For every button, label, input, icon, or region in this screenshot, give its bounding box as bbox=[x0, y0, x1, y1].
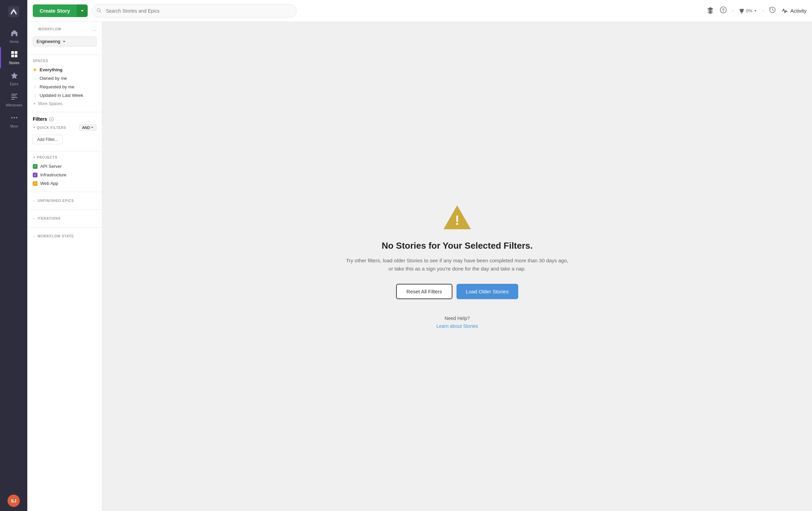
projects-section: PROJECTS ✓ API Server ✓ Infrastructure ✓… bbox=[27, 156, 102, 188]
iterations-header[interactable]: ITERATIONS bbox=[33, 217, 97, 220]
nav-item-epics[interactable]: Epics bbox=[0, 68, 27, 89]
trophy-button[interactable]: 0% bbox=[739, 8, 757, 14]
search-input[interactable] bbox=[92, 4, 296, 17]
nav-item-stories[interactable]: Stories bbox=[0, 47, 27, 68]
space-item-updated-in-last-week[interactable]: ☆ Updated in Last Week bbox=[27, 91, 102, 100]
empty-state-actions: Reset All Filters Load Older Stories bbox=[345, 284, 570, 299]
space-item-everything[interactable]: ★ Everything bbox=[27, 65, 102, 74]
svg-text:?: ? bbox=[722, 8, 725, 13]
project-item-web-app[interactable]: ✓ Web App bbox=[27, 179, 102, 188]
space-item-owned-by-me[interactable]: ☆ Owned by me bbox=[27, 74, 102, 83]
and-label: AND bbox=[82, 126, 90, 130]
space-everything-label: Everything bbox=[40, 67, 62, 72]
nav-item-milestones[interactable]: Milestones bbox=[0, 89, 27, 111]
graduate-icon[interactable] bbox=[707, 6, 714, 15]
stories-icon bbox=[11, 50, 18, 60]
workflow-state-header[interactable]: WORKFLOW STATE bbox=[33, 234, 97, 238]
activity-button[interactable]: Activity bbox=[781, 8, 807, 14]
svg-point-11 bbox=[11, 117, 13, 118]
content-area: WORKFLOW ··· Engineering SPACES ★ Everyt… bbox=[27, 22, 812, 511]
project-item-infrastructure[interactable]: ✓ Infrastructure bbox=[27, 171, 102, 179]
nav-stories-label: Stories bbox=[9, 61, 19, 65]
svg-rect-2 bbox=[15, 51, 17, 54]
svg-rect-7 bbox=[11, 96, 16, 96]
space-owned-label: Owned by me bbox=[40, 76, 67, 81]
workflow-select[interactable]: Engineering bbox=[33, 36, 97, 46]
nav-home-label: Home bbox=[10, 40, 19, 44]
svg-point-10 bbox=[14, 117, 15, 118]
and-filter-badge[interactable]: AND bbox=[79, 125, 97, 131]
svg-point-13 bbox=[97, 9, 100, 12]
unfinished-epics-label: UNFINISHED EPICS bbox=[38, 199, 74, 203]
unfinished-epics-header[interactable]: UNFINISHED EPICS bbox=[33, 199, 97, 203]
nav-epics-label: Epics bbox=[10, 82, 18, 86]
search-icon bbox=[97, 8, 101, 14]
star-empty-icon-3: ☆ bbox=[33, 93, 37, 98]
need-help-text: Need Help? bbox=[345, 316, 570, 321]
filters-label: Filters bbox=[33, 116, 47, 122]
workflow-label: WORKFLOW bbox=[33, 27, 67, 34]
projects-label: PROJECTS bbox=[37, 156, 57, 159]
empty-state: ! No Stories for Your Selected Filters. … bbox=[338, 190, 577, 343]
home-icon bbox=[11, 29, 18, 39]
unfinished-epics-section: UNFINISHED EPICS bbox=[27, 196, 102, 205]
space-item-requested-by-me[interactable]: ☆ Requested by me bbox=[27, 83, 102, 91]
quick-filters-label: QUICK FILTERS bbox=[33, 126, 66, 130]
help-icon[interactable]: ? bbox=[720, 6, 727, 15]
main-content: ! No Stories for Your Selected Filters. … bbox=[102, 22, 812, 511]
history-icon[interactable] bbox=[769, 6, 776, 15]
project-checkbox-infra: ✓ bbox=[33, 173, 38, 177]
create-story-button[interactable]: Create Story bbox=[33, 4, 77, 17]
trophy-percent: 0% bbox=[746, 8, 752, 13]
svg-rect-0 bbox=[8, 6, 19, 17]
epics-icon bbox=[11, 72, 18, 81]
milestones-icon bbox=[11, 93, 18, 102]
sidebar: WORKFLOW ··· Engineering SPACES ★ Everyt… bbox=[27, 22, 102, 511]
projects-header[interactable]: PROJECTS bbox=[27, 156, 102, 162]
space-requested-label: Requested by me bbox=[40, 84, 74, 89]
star-empty-icon-2: ☆ bbox=[33, 84, 37, 89]
create-story-btn-group: Create Story bbox=[33, 4, 88, 17]
project-webapp-label: Web App bbox=[40, 181, 58, 186]
app-logo[interactable] bbox=[6, 4, 21, 19]
svg-marker-5 bbox=[11, 72, 18, 79]
sidebar-divider-1 bbox=[27, 55, 102, 55]
project-api-label: API Server bbox=[40, 164, 62, 169]
learn-about-stories-link[interactable]: Learn about Stories bbox=[436, 323, 478, 329]
star-filled-icon: ★ bbox=[33, 67, 37, 72]
workflow-more-button[interactable]: ··· bbox=[92, 28, 97, 34]
nav-more-label: More bbox=[10, 125, 18, 128]
filters-header: Filters + bbox=[27, 116, 102, 125]
warning-icon: ! bbox=[345, 204, 570, 232]
reset-filters-button[interactable]: Reset All Filters bbox=[396, 284, 452, 299]
sidebar-divider-2 bbox=[27, 112, 102, 112]
more-spaces-button[interactable]: More Spaces bbox=[27, 100, 102, 108]
sidebar-divider-6 bbox=[27, 227, 102, 228]
topbar-right: ? • 0% • bbox=[707, 6, 807, 15]
svg-text:!: ! bbox=[455, 213, 460, 228]
create-story-dropdown-button[interactable] bbox=[77, 4, 88, 17]
load-older-stories-button[interactable]: Load Older Stories bbox=[456, 284, 518, 299]
sidebar-divider-3 bbox=[27, 151, 102, 151]
svg-text:+: + bbox=[50, 118, 52, 121]
svg-rect-9 bbox=[11, 99, 15, 100]
space-updated-label: Updated in Last Week bbox=[40, 93, 83, 98]
project-item-api-server[interactable]: ✓ API Server bbox=[27, 162, 102, 171]
add-filter-button[interactable]: Add Filter... bbox=[33, 135, 62, 144]
more-icon bbox=[11, 114, 18, 123]
left-nav: Home Stories Epics bbox=[0, 0, 27, 511]
spaces-label: SPACES bbox=[27, 59, 102, 65]
star-empty-icon-1: ☆ bbox=[33, 76, 37, 81]
svg-rect-4 bbox=[15, 55, 17, 57]
svg-rect-8 bbox=[11, 97, 17, 98]
svg-point-12 bbox=[16, 117, 17, 118]
project-checkbox-api: ✓ bbox=[33, 164, 38, 169]
topbar: Create Story bbox=[27, 0, 812, 22]
nav-item-more[interactable]: More bbox=[0, 111, 27, 132]
more-spaces-label: More Spaces bbox=[38, 101, 62, 106]
user-avatar[interactable]: SJ bbox=[8, 495, 20, 507]
svg-rect-6 bbox=[11, 94, 17, 94]
nav-item-home[interactable]: Home bbox=[0, 26, 27, 47]
svg-rect-1 bbox=[11, 51, 14, 54]
iterations-label: ITERATIONS bbox=[38, 217, 61, 220]
